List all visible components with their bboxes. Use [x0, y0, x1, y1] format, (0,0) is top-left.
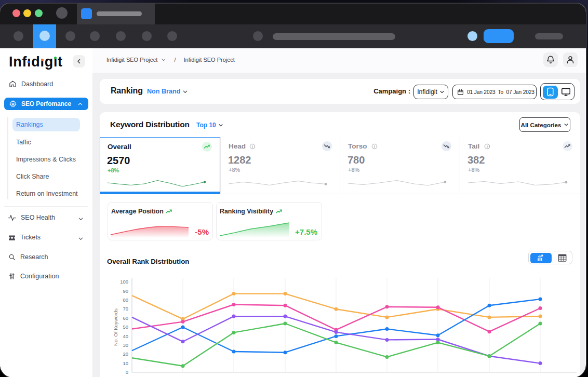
svg-text:90: 90 [123, 288, 128, 294]
svg-text:0: 0 [126, 369, 128, 375]
svg-text:60: 60 [123, 315, 128, 321]
svg-text:10: 10 [123, 360, 128, 366]
svg-text:80: 80 [123, 297, 128, 303]
svg-text:20: 20 [123, 351, 128, 357]
svg-text:70: 70 [123, 306, 128, 312]
svg-text:No. Of Keywords: No. Of Keywords [113, 308, 118, 346]
svg-text:50: 50 [123, 324, 128, 330]
svg-text:40: 40 [123, 333, 128, 339]
svg-text:100: 100 [120, 279, 128, 285]
svg-text:30: 30 [123, 342, 128, 348]
